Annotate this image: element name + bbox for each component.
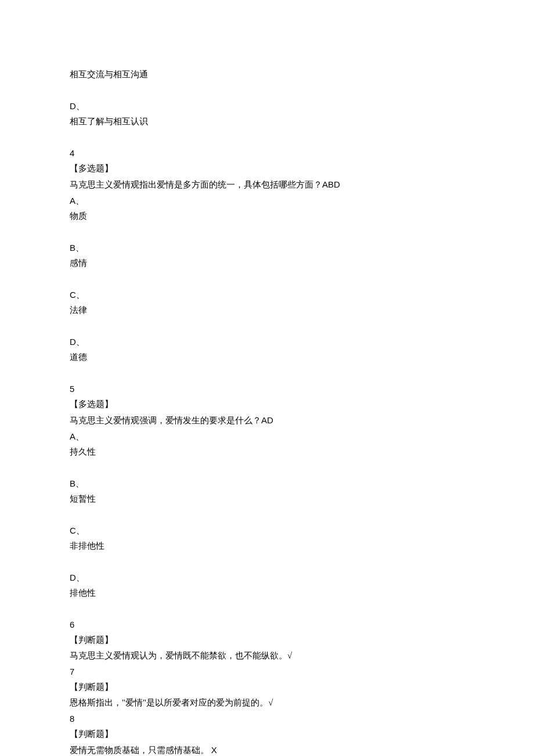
gap	[70, 601, 464, 617]
q7-question-line: 恩格斯指出，"爱情"是以所爱者对应的爱为前提的。√	[70, 695, 464, 711]
q5-answer: AD	[261, 415, 273, 425]
q6-question-line: 马克思主义爱情观认为，爱情既不能禁欲，也不能纵欲。√	[70, 648, 464, 664]
q6-number: 6	[70, 617, 464, 632]
gap	[70, 82, 464, 98]
q4-opt-b-text: 感情	[70, 255, 464, 271]
q4-opt-d-text: 道德	[70, 350, 464, 365]
q8-answer: X	[211, 745, 217, 755]
q5-opt-d-text: 排他性	[70, 585, 464, 601]
q5-opt-a-letter: A、	[70, 429, 464, 444]
gap	[70, 224, 464, 240]
gap	[70, 318, 464, 334]
option-d-text: 相互了解与相互认识	[70, 114, 464, 129]
q5-question: 马克思主义爱情观强调，爱情发生的要求是什么？	[70, 416, 261, 425]
q7-type: 【判断题】	[70, 679, 464, 695]
option-d-letter: D、	[70, 98, 464, 114]
q6-question: 马克思主义爱情观认为，爱情既不能禁欲，也不能纵欲。	[70, 651, 287, 660]
q4-question-line: 马克思主义爱情观指出爱情是多方面的统一，具体包括哪些方面？ABD	[70, 177, 464, 193]
q6-type: 【判断题】	[70, 632, 464, 648]
q4-question: 马克思主义爱情观指出爱情是多方面的统一，具体包括哪些方面？	[70, 180, 322, 189]
gap	[70, 507, 464, 523]
gap	[70, 460, 464, 476]
q8-type: 【判断题】	[70, 726, 464, 742]
q4-opt-a-text: 物质	[70, 208, 464, 224]
q4-opt-b-letter: B、	[70, 240, 464, 255]
q4-opt-c-text: 法律	[70, 303, 464, 318]
q7-question: 恩格斯指出，"爱情"是以所爱者对应的爱为前提的。	[70, 698, 268, 707]
q8-question: 爱情无需物质基础，只需感情基础。	[70, 746, 211, 755]
gap	[70, 365, 464, 381]
q5-opt-a-text: 持久性	[70, 444, 464, 460]
q8-question-line: 爱情无需物质基础，只需感情基础。 X	[70, 742, 464, 756]
q5-opt-b-letter: B、	[70, 476, 464, 491]
gap	[70, 554, 464, 570]
q5-opt-b-text: 短暂性	[70, 491, 464, 507]
q5-number: 5	[70, 381, 464, 397]
q5-opt-d-letter: D、	[70, 570, 464, 585]
q5-opt-c-letter: C、	[70, 523, 464, 538]
q7-answer: √	[268, 698, 273, 707]
q8-number: 8	[70, 711, 464, 726]
q4-opt-a-letter: A、	[70, 193, 464, 208]
q5-question-line: 马克思主义爱情观强调，爱情发生的要求是什么？AD	[70, 412, 464, 429]
gap	[70, 271, 464, 287]
continuation-line-c: 相互交流与相互沟通	[70, 67, 464, 82]
q5-opt-c-text: 非排他性	[70, 538, 464, 554]
q6-answer: √	[287, 651, 292, 660]
q5-type: 【多选题】	[70, 397, 464, 412]
q4-number: 4	[70, 145, 464, 161]
q4-answer: ABD	[322, 179, 340, 189]
q4-opt-c-letter: C、	[70, 287, 464, 303]
q4-type: 【多选题】	[70, 161, 464, 177]
q4-opt-d-letter: D、	[70, 334, 464, 350]
gap	[70, 129, 464, 145]
q7-number: 7	[70, 664, 464, 679]
